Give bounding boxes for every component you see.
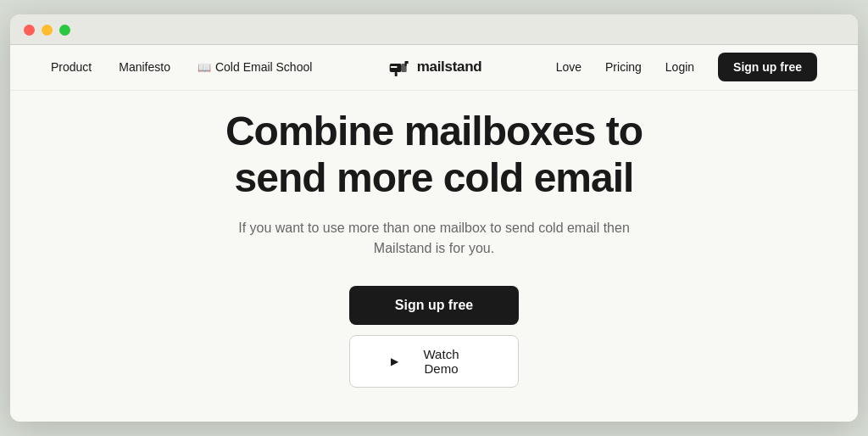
traffic-light-yellow[interactable]: [42, 25, 53, 36]
svg-rect-4: [391, 66, 398, 68]
nav-item-manifesto[interactable]: Manifesto: [119, 60, 170, 74]
svg-rect-3: [405, 61, 409, 64]
svg-rect-5: [395, 72, 398, 76]
browser-window: Product Manifesto 📖 Cold Email School: [10, 14, 858, 422]
navbar: Product Manifesto 📖 Cold Email School: [10, 45, 858, 91]
hero-watch-demo-button[interactable]: ▶ Watch Demo: [349, 335, 519, 388]
nav-item-login[interactable]: Login: [665, 60, 694, 74]
nav-item-cold-email-school[interactable]: 📖 Cold Email School: [198, 60, 312, 74]
book-icon: 📖: [198, 61, 211, 74]
hero-subtitle: If you want to use more than one mailbox…: [214, 218, 654, 259]
logo-icon: [387, 55, 410, 79]
logo[interactable]: mailstand: [387, 55, 482, 79]
play-icon: ▶: [391, 355, 398, 367]
nav-signup-button[interactable]: Sign up free: [718, 53, 817, 81]
hero-buttons: Sign up free ▶ Watch Demo: [349, 286, 519, 388]
logo-text: mailstand: [417, 59, 482, 75]
watch-demo-label: Watch Demo: [405, 347, 477, 376]
hero-section: Combine mailboxes to send more cold emai…: [10, 91, 858, 422]
hero-signup-button[interactable]: Sign up free: [349, 286, 519, 325]
hero-title: Combine mailboxes to send more cold emai…: [180, 108, 688, 201]
nav-item-pricing[interactable]: Pricing: [605, 60, 642, 74]
page-content: Product Manifesto 📖 Cold Email School: [10, 45, 858, 422]
nav-right: Love Pricing Login Sign up free: [434, 53, 817, 81]
traffic-light-red[interactable]: [24, 25, 35, 36]
nav-item-love[interactable]: Love: [556, 60, 581, 74]
traffic-light-green[interactable]: [59, 25, 70, 36]
nav-item-product[interactable]: Product: [51, 60, 92, 74]
browser-chrome: [10, 14, 858, 45]
nav-left: Product Manifesto 📖 Cold Email School: [51, 60, 434, 74]
